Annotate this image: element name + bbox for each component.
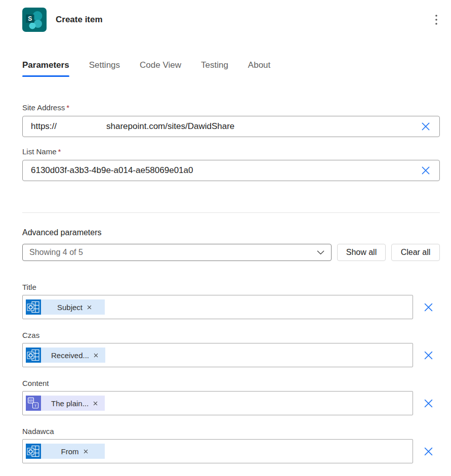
token-label: Subject [41,299,105,315]
token-from[interactable]: From [26,444,105,459]
nadawca-field: Nadawca [22,427,440,463]
token-label: The plain... [41,396,105,411]
x-icon[interactable] [419,120,432,133]
x-icon[interactable] [422,397,435,410]
site-address-input[interactable]: https:// sharepoint.com/sites/DawidShare [22,116,440,137]
site-address-label: Site Address* [22,103,440,112]
list-name-label: List Name* [22,147,440,156]
x-icon[interactable] [422,300,435,314]
content-label: Content [22,379,440,387]
tab-code-view[interactable]: Code View [140,60,181,77]
site-address-value-start: https:// [31,121,57,132]
token-label: From [41,444,105,459]
list-name-value: 6130d03f-a3b3-4b9e-a014-ae58069e01a0 [31,165,419,176]
site-address-value-end: sharepoint.com/sites/DawidShare [106,121,234,132]
token-text: The plain... [51,399,89,408]
token-text: From [61,447,79,456]
title-field: Title [22,283,440,319]
czas-input[interactable]: Received... [22,343,413,367]
tab-testing[interactable]: Testing [201,60,228,77]
tab-parameters[interactable]: Parameters [22,60,69,77]
sharepoint-icon: S [22,8,47,32]
x-icon[interactable] [419,164,432,177]
outlook-icon [26,348,41,363]
remove-token-icon[interactable] [93,401,98,406]
czas-row: Received... [22,343,440,367]
action-title: Create item [56,15,103,25]
token-received[interactable]: Received... [26,348,105,363]
outlook-icon [26,299,41,315]
title-input[interactable]: Subject [22,295,413,319]
advanced-parameters-row: Showing 4 of 5 Show all Clear all [22,244,440,261]
title-label: Title [22,283,440,291]
field-label-text: Site Address [22,103,65,112]
list-name-input[interactable]: 6130d03f-a3b3-4b9e-a014-ae58069e01a0 [22,160,440,181]
outlook-icon [26,444,41,459]
chevron-down-icon [316,248,325,257]
tab-about[interactable]: About [248,60,270,77]
x-icon[interactable] [422,445,435,458]
token-text: Received... [51,351,89,360]
content-row: </> T The plain... [22,391,440,415]
advanced-parameters-dropdown[interactable]: Showing 4 of 5 [22,244,332,261]
list-name-field: List Name* 6130d03f-a3b3-4b9e-a014-ae580… [22,147,440,181]
advanced-parameters-label: Advanced parameters [22,228,440,237]
redacted-tenant-gap [57,126,106,127]
nadawca-row: From [22,439,440,463]
html-to-text-icon: </> T [26,396,41,411]
site-address-value: https:// sharepoint.com/sites/DawidShare [31,121,419,132]
x-icon[interactable] [422,349,435,362]
required-mark: * [66,103,69,112]
section-divider [22,212,440,213]
show-all-button[interactable]: Show all [337,244,386,261]
clear-all-button[interactable]: Clear all [391,244,440,261]
site-address-field: Site Address* https:// sharepoint.com/si… [22,103,440,137]
title-row: Subject [22,295,440,319]
remove-token-icon[interactable] [94,353,98,358]
required-mark: * [58,147,61,156]
remove-token-icon[interactable] [84,449,88,454]
svg-text:</>: </> [29,399,33,402]
field-label-text: List Name [22,147,57,156]
nadawca-label: Nadawca [22,427,440,436]
svg-text:S: S [28,15,32,22]
nadawca-input[interactable]: From [22,439,413,463]
content-field: Content </> T The plain... [22,379,440,415]
more-vertical-icon[interactable] [433,11,440,28]
czas-label: Czas [22,331,440,339]
czas-field: Czas [22,331,440,367]
card-header: S Create item [22,8,440,32]
content-input[interactable]: </> T The plain... [22,391,413,415]
token-subject[interactable]: Subject [26,299,105,315]
token-text: Subject [57,303,83,312]
remove-token-icon[interactable] [87,305,92,310]
tab-settings[interactable]: Settings [89,60,120,77]
svg-text:T: T [34,404,37,408]
create-item-card: S Create item Parameters Settings Code V… [0,0,451,463]
tab-bar: Parameters Settings Code View Testing Ab… [22,60,440,77]
token-label: Received... [41,348,105,363]
dropdown-value: Showing 4 of 5 [29,248,83,257]
token-plain-text[interactable]: </> T The plain... [26,396,105,411]
